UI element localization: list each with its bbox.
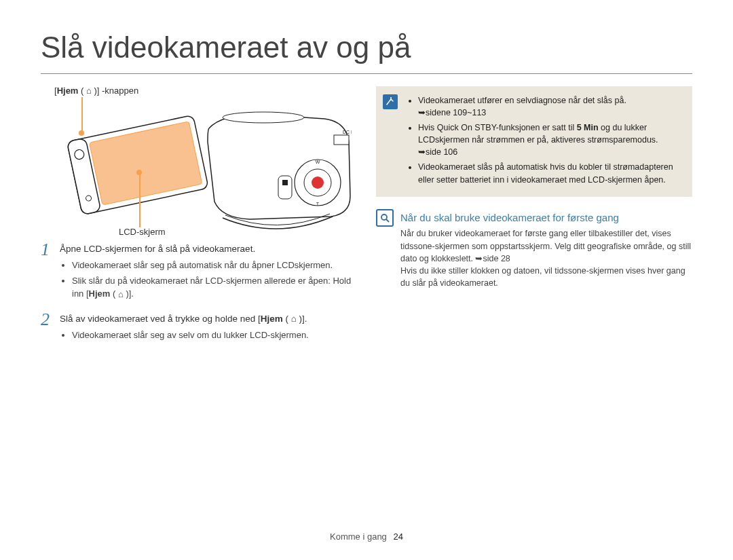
step-2: Slå av videokameraet ved å trykke og hol… bbox=[41, 312, 357, 342]
svg-point-15 bbox=[381, 214, 387, 220]
home-icon: ⌂ bbox=[118, 288, 124, 301]
svg-text:W: W bbox=[316, 160, 320, 164]
first-time-paragraph-1: Når du bruker videokameraet for første g… bbox=[400, 227, 692, 264]
step-2-bullet-1: Videokameraet slår seg av selv om du luk… bbox=[72, 329, 357, 342]
camcorder-diagram: [Hjem ( ⌂ )] -knappen bbox=[41, 86, 357, 242]
svg-rect-12 bbox=[278, 176, 292, 199]
camcorder-illustration: W T DC IN ▸ bbox=[53, 101, 352, 230]
first-time-paragraph-2: Hvis du ikke stiller klokken og datoen, … bbox=[400, 265, 692, 289]
note-item-1: Videokameraet utfører en selvdiagnose nå… bbox=[418, 94, 683, 119]
magnifier-icon bbox=[376, 209, 394, 227]
footer-section: Komme i gang bbox=[330, 531, 387, 542]
svg-rect-6 bbox=[334, 135, 349, 145]
info-note-box: Videokameraet utfører en selvdiagnose nå… bbox=[376, 86, 692, 197]
step-1-bullet-2: Slik slår du på videokameraet når LCD-sk… bbox=[72, 275, 357, 301]
svg-text:DC IN ▸: DC IN ▸ bbox=[343, 130, 352, 134]
svg-line-16 bbox=[386, 219, 389, 222]
note-icon bbox=[383, 94, 398, 109]
svg-point-9 bbox=[312, 176, 324, 189]
step-1-bullet-1: Videokameraet slår seg på automatisk når… bbox=[72, 259, 357, 272]
first-time-heading: Når du skal bruke videokameraet for førs… bbox=[400, 210, 692, 225]
label-lcd-screen: LCD-skjerm bbox=[119, 226, 166, 239]
svg-point-5 bbox=[223, 112, 304, 123]
step-1: Åpne LCD-skjermen for å slå på videokame… bbox=[41, 242, 357, 301]
first-time-section: Når du skal bruke videokameraet for førs… bbox=[376, 210, 692, 289]
page-footer: Komme i gang 24 bbox=[0, 531, 733, 544]
footer-page-number: 24 bbox=[393, 531, 402, 542]
svg-text:T: T bbox=[316, 202, 320, 206]
note-item-3: Videokameraet slås på automatisk hvis du… bbox=[418, 161, 683, 185]
page-title: Slå videokameraet av og på bbox=[41, 26, 692, 74]
label-home-button: [Hjem ( ⌂ )] -knappen bbox=[54, 85, 138, 98]
note-item-2: Hvis Quick On STBY-funksjonen er satt ti… bbox=[418, 122, 683, 158]
svg-rect-13 bbox=[282, 180, 288, 185]
